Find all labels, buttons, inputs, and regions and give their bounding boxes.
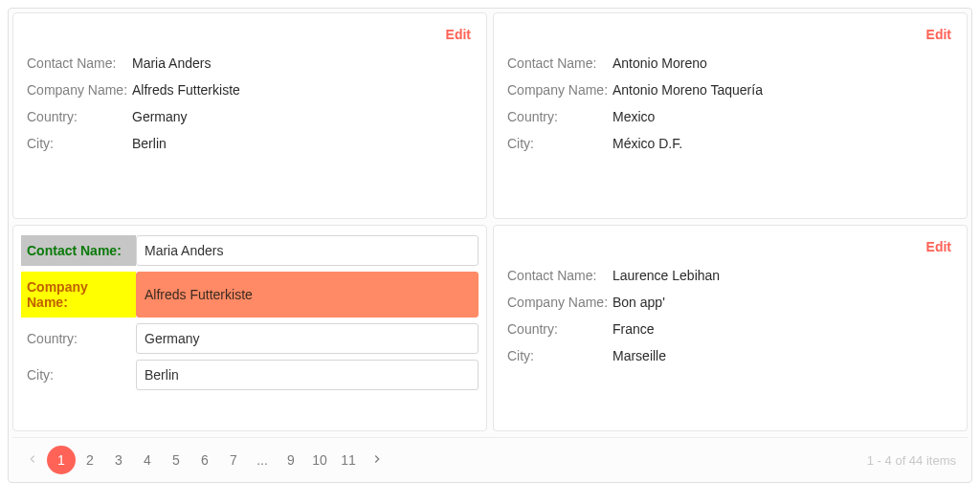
prev-page-button[interactable]	[18, 446, 47, 474]
page-number-button[interactable]: 4	[133, 446, 162, 474]
page-ellipsis[interactable]: ...	[248, 446, 277, 474]
contact-name-value: Laurence Lebihan	[612, 268, 953, 283]
field-row: Country: Germany	[27, 103, 473, 130]
edit-button[interactable]: Edit	[446, 27, 471, 42]
field-row: Country:	[21, 323, 479, 354]
contact-card: Edit Contact Name: Maria Anders Company …	[12, 12, 487, 219]
country-value: France	[612, 321, 953, 337]
field-row: Company Name: Antonio Moreno Taquería	[507, 77, 953, 103]
page-number-button[interactable]: 6	[190, 446, 219, 474]
field-row: Contact Name: Laurence Lebihan	[507, 262, 953, 289]
company-name-value: Alfreds Futterkiste	[132, 82, 473, 98]
company-name-label: Company Name:	[507, 295, 612, 310]
field-row: Contact Name: Antonio Moreno	[507, 50, 953, 77]
city-value: Berlin	[132, 136, 473, 151]
field-row: Company Name: Bon app'	[507, 289, 953, 316]
chevron-left-icon	[26, 452, 39, 469]
field-row: City: Marseille	[507, 342, 953, 369]
page-number-button[interactable]: 3	[104, 446, 133, 474]
edit-button[interactable]: Edit	[926, 27, 951, 42]
field-row: City:	[21, 360, 479, 390]
page-number-button[interactable]: 2	[76, 446, 104, 474]
page-number-button[interactable]: 10	[305, 446, 334, 474]
city-label: City:	[27, 136, 132, 151]
field-row: City: México D.F.	[507, 130, 953, 157]
country-value: Mexico	[612, 109, 953, 124]
field-row: Contact Name: Maria Anders	[27, 50, 473, 77]
field-row: Company Name:	[21, 272, 479, 318]
page-number-button[interactable]: 1	[47, 446, 76, 474]
page-number-button[interactable]: 7	[219, 446, 248, 474]
pager-info: 1 - 4 of 44 items	[867, 453, 962, 468]
page-number-button[interactable]: 9	[277, 446, 305, 474]
city-label: City:	[21, 360, 136, 390]
contact-name-label: Contact Name:	[21, 235, 136, 266]
city-label: City:	[507, 348, 612, 363]
company-name-label: Company Name:	[21, 272, 136, 318]
contact-name-value: Antonio Moreno	[612, 55, 953, 71]
contact-name-input[interactable]	[136, 235, 479, 266]
city-value: Marseille	[612, 348, 953, 363]
contact-card: Edit Contact Name: Laurence Lebihan Comp…	[493, 225, 968, 431]
contact-name-label: Contact Name:	[27, 55, 132, 71]
company-name-value: Antonio Moreno Taquería	[612, 82, 953, 98]
card-list-view: Edit Contact Name: Maria Anders Company …	[8, 8, 972, 483]
page-number-button[interactable]: 11	[334, 446, 363, 474]
contact-card: Edit Contact Name: Antonio Moreno Compan…	[493, 12, 968, 219]
contact-name-value: Maria Anders	[132, 55, 473, 71]
country-label: Country:	[507, 109, 612, 124]
country-input[interactable]	[136, 323, 479, 354]
cards-container: Edit Contact Name: Maria Anders Company …	[12, 12, 968, 431]
city-label: City:	[507, 136, 612, 151]
field-row: Country: Mexico	[507, 103, 953, 130]
field-row: Company Name: Alfreds Futterkiste	[27, 77, 473, 103]
contact-name-label: Contact Name:	[507, 268, 612, 283]
chevron-right-icon	[370, 452, 384, 469]
contact-card-editing: Contact Name: Company Name: Country: Cit…	[12, 225, 487, 431]
country-label: Country:	[507, 321, 612, 337]
edit-button[interactable]: Edit	[926, 239, 951, 254]
company-name-value: Bon app'	[612, 295, 953, 310]
country-value: Germany	[132, 109, 473, 124]
field-row: Country: France	[507, 316, 953, 342]
city-input[interactable]	[136, 360, 479, 390]
country-label: Country:	[21, 323, 136, 354]
next-page-button[interactable]	[363, 446, 391, 474]
city-value: México D.F.	[612, 136, 953, 151]
company-name-label: Company Name:	[507, 82, 612, 98]
page-number-button[interactable]: 5	[162, 446, 190, 474]
company-name-label: Company Name:	[27, 82, 132, 98]
contact-name-label: Contact Name:	[507, 55, 612, 71]
company-name-input[interactable]	[136, 272, 479, 318]
pager: 1 2 3 4 5 6 7 ... 9 10 11 1 - 4 of 44 it…	[12, 437, 968, 478]
country-label: Country:	[27, 109, 132, 124]
field-row: City: Berlin	[27, 130, 473, 157]
field-row: Contact Name:	[21, 235, 479, 266]
